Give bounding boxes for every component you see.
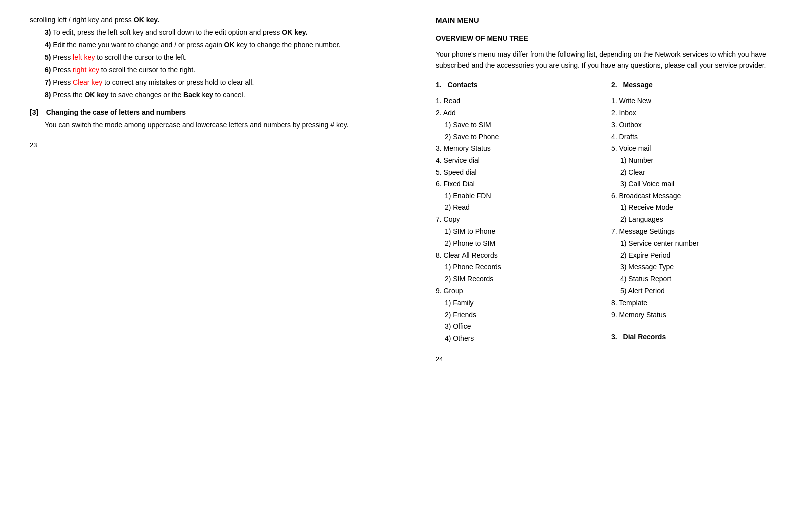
step-8-block: 8) Press the OK key to save changes or t…: [45, 90, 381, 100]
ok-key-bold-3: OK: [224, 41, 235, 49]
step-8-label: 8): [45, 91, 51, 99]
left-key-red: left key: [73, 53, 95, 61]
step-6-label: 6): [45, 66, 51, 74]
left-page-number: 23: [30, 140, 381, 150]
step-6-text: 6) Press right key to scroll the cursor …: [45, 65, 381, 75]
step-3-label: 3): [45, 28, 51, 36]
step-8-text: 8) Press the OK key to save changes or t…: [45, 90, 381, 100]
message-item-receive-mode: 1) Receive Mode: [620, 202, 787, 214]
ok-key-bold-1: OK key.: [134, 16, 159, 24]
message-item-voicemail: 5. Voice mail: [611, 143, 787, 155]
step-5-block: 5) Press left key to scroll the cursor t…: [45, 52, 381, 63]
right-page: MAIN MENU OVERVIEW OF MENU TREE Your pho…: [406, 0, 812, 531]
message-item-drafts: 4. Drafts: [611, 131, 787, 143]
section-3-block: [3] Changing the case of letters and num…: [30, 107, 381, 130]
message-num: 2.: [611, 81, 617, 89]
message-item-status-report: 4) Status Report: [620, 273, 787, 285]
back-key-bold: Back key: [183, 91, 213, 99]
contacts-item-copy: 7. Copy: [436, 214, 611, 226]
contacts-column: 1. Contacts 1. Read 2. Add 1) Save to SI…: [436, 80, 611, 345]
step-3-text: 3) To edit, press the left soft key and …: [45, 27, 381, 38]
right-page-number: 24: [436, 354, 787, 364]
message-item-type: 3) Message Type: [620, 261, 787, 273]
contacts-item-clear: 8. Clear All Records: [436, 250, 611, 262]
message-item-languages: 2) Languages: [620, 214, 787, 226]
contacts-item-read: 1. Read: [436, 95, 611, 107]
message-item-clear: 2) Clear: [620, 167, 787, 178]
ok-key-bold-2: OK key.: [282, 28, 307, 36]
contacts-item-save-phone: 2) Save to Phone: [445, 131, 611, 143]
step-5-text: 5) Press left key to scroll the cursor t…: [45, 52, 381, 63]
contacts-label: Contacts: [448, 81, 478, 89]
section-3-heading: Changing the case of letters and numbers: [46, 108, 186, 116]
contacts-item-sim-to-phone: 1) SIM to Phone: [445, 226, 611, 238]
contacts-item-friends: 2) Friends: [445, 309, 611, 321]
dial-records-header: 3. Dial Records: [611, 332, 787, 342]
message-column: 2. Message 1. Write New 2. Inbox 3. Outb…: [611, 80, 787, 345]
contacts-item-service: 4. Service dial: [436, 155, 611, 167]
contacts-item-save-sim: 1) Save to SIM: [445, 119, 611, 131]
contacts-item-phone-to-sim: 2) Phone to SIM: [445, 238, 611, 250]
message-item-broadcast: 6. Broadcast Message: [611, 190, 787, 202]
ok-key-bold-4: OK key: [84, 91, 108, 99]
contacts-item-group: 9. Group: [436, 285, 611, 297]
message-item-expire: 2) Expire Period: [620, 250, 787, 262]
clear-key-red: Clear key: [73, 78, 102, 86]
step-7-label: 7): [45, 78, 51, 86]
step-6-block: 6) Press right key to scroll the cursor …: [45, 65, 381, 75]
contacts-item-memory: 3. Memory Status: [436, 143, 611, 155]
left-page: scrolling left / right key and press OK …: [0, 0, 406, 531]
contacts-item-fdn: 1) Enable FDN: [445, 190, 611, 202]
step-4-text: 4) Edit the name you want to change and …: [45, 40, 381, 50]
section-3-title: [3] Changing the case of letters and num…: [30, 107, 381, 118]
message-item-number: 1) Number: [620, 155, 787, 167]
contacts-item-add: 2. Add: [436, 107, 611, 119]
contacts-item-sim-records: 2) SIM Records: [445, 273, 611, 285]
step-7-text: 7) Press Clear key to correct any mistak…: [45, 77, 381, 88]
overview-title: OVERVIEW OF MENU TREE: [436, 33, 787, 44]
section-3-body: You can switch the mode among uppercase …: [45, 120, 381, 130]
contacts-item-family: 1) Family: [445, 297, 611, 309]
message-item-call-voicemail: 3) Call Voice mail: [620, 178, 787, 190]
message-item-settings: 7. Message Settings: [611, 226, 787, 238]
message-item-inbox: 2. Inbox: [611, 107, 787, 119]
message-item-alert: 5) Alert Period: [620, 285, 787, 297]
dial-records-num: 3.: [611, 333, 617, 341]
contacts-num: 1.: [436, 81, 442, 89]
message-item-template: 8. Template: [611, 297, 787, 309]
contacts-item-phone-records: 1) Phone Records: [445, 261, 611, 273]
scrolling-line: scrolling left / right key and press OK …: [30, 15, 381, 25]
intro-text: Your phone's menu may differ from the fo…: [436, 49, 787, 71]
contacts-item-office: 3) Office: [445, 321, 611, 333]
step-4-label: 4): [45, 41, 51, 49]
right-key-red: right key: [73, 66, 99, 74]
contacts-item-others: 4) Others: [445, 333, 611, 345]
section-3-text: You can switch the mode among uppercase …: [45, 120, 381, 130]
step-5-label: 5): [45, 53, 51, 61]
menu-columns: 1. Contacts 1. Read 2. Add 1) Save to SI…: [436, 80, 787, 345]
message-header: 2. Message: [611, 80, 787, 90]
message-item-write: 1. Write New: [611, 95, 787, 107]
main-menu-title: MAIN MENU: [436, 15, 787, 26]
step-7-block: 7) Press Clear key to correct any mistak…: [45, 77, 381, 88]
contacts-header: 1. Contacts: [436, 80, 611, 90]
section-3-bracket: [3]: [30, 108, 44, 116]
dial-records-label: Dial Records: [623, 333, 666, 341]
contacts-item-speed: 5. Speed dial: [436, 167, 611, 178]
contacts-item-read-fdn: 2) Read: [445, 202, 611, 214]
step-3-block: 3) To edit, press the left soft key and …: [45, 27, 381, 38]
message-item-outbox: 3. Outbox: [611, 119, 787, 131]
step-4-block: 4) Edit the name you want to change and …: [45, 40, 381, 50]
message-item-memory-status: 9. Memory Status: [611, 309, 787, 321]
message-label: Message: [623, 81, 653, 89]
contacts-item-fixed: 6. Fixed Dial: [436, 178, 611, 190]
message-item-service-center: 1) Service center number: [620, 238, 787, 250]
